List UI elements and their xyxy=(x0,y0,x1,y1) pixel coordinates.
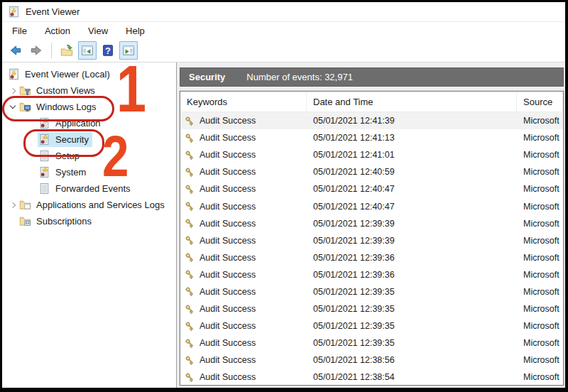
datetime-value: 05/01/2021 12:38:56 xyxy=(307,355,517,365)
key-icon xyxy=(185,167,195,178)
event-row[interactable]: Audit Success05/01/2021 12:39:35Microsof… xyxy=(180,283,563,300)
menu-action[interactable]: Action xyxy=(43,24,72,38)
source-value: Microsoft xyxy=(517,304,563,314)
show-console-tree-icon[interactable] xyxy=(78,41,97,60)
sidebar-item-label: Application xyxy=(55,118,101,129)
key-icon xyxy=(185,201,195,212)
main-area: Event Viewer (Local)Custom ViewsWindows … xyxy=(2,62,565,388)
key-icon xyxy=(185,150,195,160)
sidebar-item-security[interactable]: Security xyxy=(2,131,176,148)
folder-table-icon xyxy=(19,215,31,227)
chevron-expanded-icon[interactable] xyxy=(7,102,18,113)
chevron-collapsed-icon[interactable] xyxy=(7,85,18,97)
source-value: Microsoft xyxy=(517,270,563,280)
results-panel: Security Number of events: 32,971 Keywor… xyxy=(177,62,565,388)
keyword-value: Audit Success xyxy=(200,253,256,263)
chevron-placeholder xyxy=(7,216,18,227)
sidebar-item-application[interactable]: Application xyxy=(2,115,176,131)
column-header-source[interactable]: Source xyxy=(517,92,563,111)
title-bar: Event Viewer xyxy=(2,2,565,21)
event-row[interactable]: Audit Success05/01/2021 12:39:35Microsof… xyxy=(180,334,563,352)
help-icon[interactable]: ? xyxy=(99,41,117,60)
keyword-value: Audit Success xyxy=(200,304,256,314)
folder-monitor-icon xyxy=(19,101,31,113)
keyword-value: Audit Success xyxy=(200,372,256,382)
sidebar-item-label: Event Viewer (Local) xyxy=(25,69,110,80)
source-value: Microsoft xyxy=(517,321,563,331)
source-value: Microsoft xyxy=(517,355,563,365)
event-row[interactable]: Audit Success05/01/2021 12:38:56Microsof… xyxy=(180,352,563,369)
chevron-collapsed-icon[interactable] xyxy=(7,200,18,211)
sidebar-item-custom-views[interactable]: Custom Views xyxy=(2,82,176,99)
keyword-value: Audit Success xyxy=(200,287,256,297)
key-icon xyxy=(185,116,195,126)
open-saved-log-icon[interactable] xyxy=(58,41,76,60)
datetime-value: 05/01/2021 12:41:39 xyxy=(307,116,517,126)
keyword-value: Audit Success xyxy=(200,355,256,365)
datetime-value: 05/01/2021 12:39:35 xyxy=(307,338,517,348)
source-value: Microsoft xyxy=(517,116,563,126)
keyword-value: Audit Success xyxy=(200,338,256,348)
event-row[interactable]: Audit Success05/01/2021 12:41:39Microsof… xyxy=(180,112,563,129)
event-row[interactable]: Audit Success05/01/2021 12:39:35Microsof… xyxy=(180,300,563,317)
column-header-keywords[interactable]: Keywords xyxy=(180,92,307,111)
datetime-value: 05/01/2021 12:39:35 xyxy=(307,287,517,297)
log-icon xyxy=(38,183,50,195)
sidebar-item-subscriptions[interactable]: Subscriptions xyxy=(2,213,176,229)
keyword-value: Audit Success xyxy=(200,321,256,331)
toolbar-separator xyxy=(51,43,52,58)
key-icon xyxy=(185,133,195,143)
key-icon xyxy=(185,355,195,366)
console-tree-panel: Event Viewer (Local)Custom ViewsWindows … xyxy=(2,62,177,388)
event-row[interactable]: Audit Success05/01/2021 12:39:39Microsof… xyxy=(180,232,563,249)
menu-help[interactable]: Help xyxy=(124,24,146,38)
menu-view[interactable]: View xyxy=(87,24,109,38)
back-arrow-icon[interactable] xyxy=(6,41,25,60)
sidebar-item-system[interactable]: System xyxy=(2,164,176,180)
sidebar-item-event-viewer-local[interactable]: Event Viewer (Local) xyxy=(2,66,176,82)
log-icon xyxy=(38,150,50,162)
datetime-value: 05/01/2021 12:38:54 xyxy=(307,372,517,382)
toolbar: ? xyxy=(2,39,565,62)
keyword-value: Audit Success xyxy=(200,133,256,143)
datetime-value: 05/01/2021 12:40:47 xyxy=(307,184,517,194)
event-row[interactable]: Audit Success05/01/2021 12:40:47Microsof… xyxy=(180,197,563,214)
column-header-date-time[interactable]: Date and Time xyxy=(307,92,517,111)
event-viewer-icon xyxy=(8,68,20,80)
event-row[interactable]: Audit Success05/01/2021 12:40:59Microsof… xyxy=(180,163,563,180)
sidebar-item-label: Windows Logs xyxy=(36,102,97,112)
table-body: Audit Success05/01/2021 12:41:39Microsof… xyxy=(180,112,563,385)
event-row[interactable]: Audit Success05/01/2021 12:41:13Microsof… xyxy=(180,129,563,146)
window-title: Event Viewer xyxy=(26,6,80,17)
event-row[interactable]: Audit Success05/01/2021 12:40:47Microsof… xyxy=(180,180,563,197)
sidebar-item-label: Applications and Services Logs xyxy=(36,200,165,210)
sidebar-item-setup[interactable]: Setup xyxy=(2,148,176,164)
log-name: Security xyxy=(189,72,225,82)
event-row[interactable]: Audit Success05/01/2021 12:39:35Microsof… xyxy=(180,317,563,334)
show-action-pane-icon[interactable] xyxy=(119,41,138,60)
menu-file[interactable]: File xyxy=(11,24,28,38)
event-row[interactable]: Audit Success05/01/2021 12:38:54Microsof… xyxy=(180,369,563,385)
event-row[interactable]: Audit Success05/01/2021 12:39:39Microsof… xyxy=(180,215,563,232)
sidebar-item-label: Setup xyxy=(55,151,80,161)
log-summary-bar: Security Number of events: 32,971 xyxy=(180,67,564,87)
keyword-value: Audit Success xyxy=(200,202,256,212)
event-row[interactable]: Audit Success05/01/2021 12:39:36Microsof… xyxy=(180,249,563,266)
forward-arrow-icon[interactable] xyxy=(27,41,45,60)
datetime-value: 05/01/2021 12:39:36 xyxy=(307,270,517,280)
event-row[interactable]: Audit Success05/01/2021 12:41:01Microsof… xyxy=(180,146,563,163)
sidebar-item-forwarded-events[interactable]: Forwarded Events xyxy=(2,180,176,197)
sidebar-item-windows-logs[interactable]: Windows Logs xyxy=(2,99,176,115)
sidebar-item-applications-and-services-logs[interactable]: Applications and Services Logs xyxy=(2,197,176,213)
key-icon xyxy=(185,304,195,315)
menu-bar: FileActionViewHelp xyxy=(2,21,565,39)
event-count: Number of events: 32,971 xyxy=(246,72,353,82)
sidebar-item-label: Subscriptions xyxy=(36,216,92,227)
log-warning-icon xyxy=(38,117,50,129)
key-icon xyxy=(185,338,195,349)
sidebar-item-label: Forwarded Events xyxy=(55,183,131,194)
table-header-row: Keywords Date and Time Source xyxy=(180,92,563,112)
event-row[interactable]: Audit Success05/01/2021 12:39:36Microsof… xyxy=(180,266,563,283)
source-value: Microsoft xyxy=(517,219,563,229)
datetime-value: 05/01/2021 12:39:39 xyxy=(307,219,517,229)
